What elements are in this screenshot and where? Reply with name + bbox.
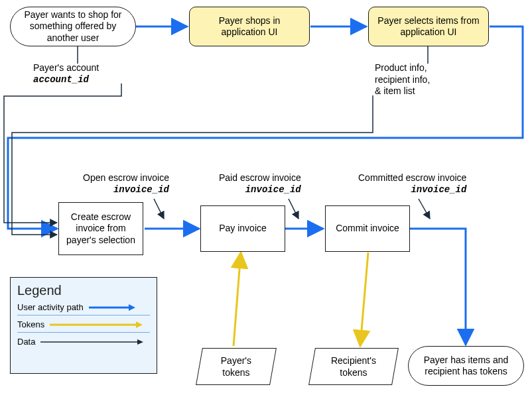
legend-row-tokens: Tokens [17, 319, 150, 329]
node-start: Payer wants to shop for something offere… [10, 7, 136, 46]
legend-box: Legend User activity path Tokens Data [10, 277, 157, 374]
node-pay-invoice: Pay invoice [200, 205, 285, 252]
node-end-text: Payer has items and recipient has tokens [415, 355, 517, 378]
diagram-stage: Payer wants to shop for something offere… [0, 0, 532, 397]
arrow-blue-icon [89, 304, 135, 312]
legend-row-data: Data [17, 337, 150, 347]
node-start-text: Payer wants to shop for something offere… [17, 9, 129, 44]
node-pay-invoice-text: Pay invoice [219, 223, 267, 235]
arrow-dark-icon [40, 338, 143, 346]
node-end: Payer has items and recipient has tokens [408, 346, 524, 386]
node-selects: Payer selects items from application UI [368, 7, 489, 46]
label-product-line2: recipient info, [375, 74, 430, 86]
label-account-code: account_id [33, 74, 99, 86]
label-committed-invoice-code: invoice_id [358, 184, 466, 196]
node-create-escrow-text: Create escrow invoice from payer's selec… [66, 211, 136, 247]
arrow-yellow-icon [50, 321, 143, 329]
node-commit-invoice-text: Commit invoice [336, 223, 399, 235]
label-committed-invoice: Committed escrow invoice invoice_id [358, 172, 466, 196]
label-paid-invoice-code: invoice_id [219, 184, 301, 196]
node-shops-text: Payer shops in application UI [196, 15, 302, 38]
label-paid-invoice-title: Paid escrow invoice [219, 172, 301, 184]
label-product-line1: Product info, [375, 62, 430, 74]
label-account-title: Payer's account [33, 62, 99, 74]
node-commit-invoice: Commit invoice [325, 205, 410, 252]
label-committed-invoice-title: Committed escrow invoice [358, 172, 466, 184]
node-selects-text: Payer selects items from application UI [375, 15, 482, 38]
node-recipient-tokens-text: Recipient's tokens [319, 355, 388, 378]
node-recipient-tokens: Recipient's tokens [308, 348, 399, 385]
node-payer-tokens: Payer's tokens [196, 348, 277, 385]
legend-tokens-label: Tokens [17, 319, 44, 329]
label-product-line3: & item list [375, 85, 430, 97]
legend-data-label: Data [17, 337, 35, 347]
node-create-escrow: Create escrow invoice from payer's selec… [58, 202, 143, 255]
legend-title: Legend [17, 283, 150, 298]
label-open-invoice: Open escrow invoice invoice_id [83, 172, 169, 196]
label-product: Product info, recipient info, & item lis… [375, 62, 430, 97]
legend-row-user-activity: User activity path [17, 302, 150, 312]
label-account: Payer's account account_id [33, 62, 99, 85]
node-shops: Payer shops in application UI [189, 7, 310, 46]
legend-user-activity-label: User activity path [17, 302, 84, 312]
node-payer-tokens-text: Payer's tokens [206, 355, 266, 378]
label-open-invoice-title: Open escrow invoice [83, 172, 169, 184]
label-paid-invoice: Paid escrow invoice invoice_id [219, 172, 301, 196]
label-open-invoice-code: invoice_id [83, 184, 169, 196]
